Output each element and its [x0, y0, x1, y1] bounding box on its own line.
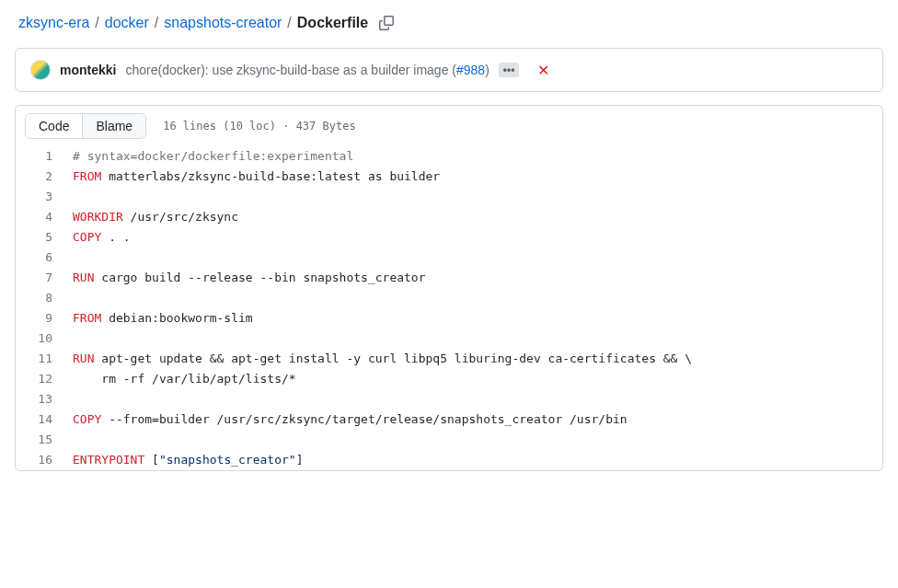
code-row: 8 [16, 288, 882, 308]
commit-message-text: chore(docker): use zksync-build-base as … [125, 63, 456, 77]
code-row: 11RUN apt-get update && apt-get install … [16, 349, 882, 369]
code-row: 5COPY . . [16, 227, 882, 248]
line-number[interactable]: 1 [16, 146, 73, 167]
pr-link[interactable]: #988 [456, 63, 485, 77]
code-line[interactable] [73, 248, 95, 268]
line-number[interactable]: 12 [16, 369, 73, 389]
code-line[interactable]: # syntax=docker/dockerfile:experimental [73, 146, 368, 167]
code-row: 2FROM matterlabs/zksync-build-base:lates… [16, 167, 882, 187]
code-row: 9FROM debian:bookworm-slim [16, 308, 882, 329]
breadcrumb-sep: / [95, 15, 98, 31]
code-row: 13 [16, 389, 882, 409]
line-number[interactable]: 11 [16, 349, 73, 369]
close-icon[interactable]: ✕ [537, 62, 549, 79]
code-tab-button[interactable]: Code [26, 114, 83, 138]
expand-commit-button[interactable]: ••• [499, 63, 520, 77]
line-number[interactable]: 15 [16, 430, 73, 450]
code-row: 3 [16, 187, 882, 207]
blame-tab-button[interactable]: Blame [83, 114, 145, 138]
breadcrumb-sep: / [287, 15, 291, 31]
line-number[interactable]: 16 [16, 450, 73, 470]
line-number[interactable]: 7 [16, 268, 73, 288]
code-line[interactable] [73, 187, 95, 207]
code-row: 6 [16, 248, 882, 268]
line-number[interactable]: 3 [16, 187, 73, 207]
code-line[interactable] [73, 389, 95, 409]
line-number[interactable]: 4 [16, 207, 73, 227]
code-row: 12 rm -rf /var/lib/apt/lists/* [16, 369, 882, 389]
commit-message-suffix: ) [485, 63, 489, 77]
view-toggle: Code Blame [25, 113, 146, 139]
line-number[interactable]: 8 [16, 288, 73, 308]
line-number[interactable]: 6 [16, 248, 73, 268]
file-toolbar: Code Blame 16 lines (10 loc) · 437 Bytes [16, 106, 882, 146]
code-row: 16ENTRYPOINT ["snapshots_creator"] [16, 450, 882, 470]
code-line[interactable] [73, 329, 95, 349]
code-line[interactable]: COPY --from=builder /usr/src/zksync/targ… [73, 409, 642, 430]
code-line[interactable]: COPY . . [73, 227, 145, 248]
code-line[interactable]: RUN cargo build --release --bin snapshot… [73, 268, 441, 288]
code-row: 4WORKDIR /usr/src/zksync [16, 207, 882, 227]
commit-author[interactable]: montekki [60, 63, 116, 77]
code-line[interactable]: rm -rf /var/lib/apt/lists/* [73, 369, 311, 389]
code-line[interactable]: RUN apt-get update && apt-get install -y… [73, 349, 707, 369]
latest-commit-bar: montekki chore(docker): use zksync-build… [15, 48, 883, 92]
breadcrumb-current: Dockerfile [297, 15, 368, 31]
copy-path-icon[interactable] [379, 16, 394, 30]
commit-message[interactable]: chore(docker): use zksync-build-base as … [125, 63, 489, 77]
line-number[interactable]: 10 [16, 329, 73, 349]
code-row: 15 [16, 430, 882, 450]
code-line[interactable] [73, 430, 95, 450]
code-line[interactable]: ENTRYPOINT ["snapshots_creator"] [73, 450, 317, 470]
file-meta: 16 lines (10 loc) · 437 Bytes [163, 120, 356, 133]
code-body: 1# syntax=docker/dockerfile:experimental… [16, 146, 882, 470]
line-number[interactable]: 5 [16, 227, 73, 248]
line-number[interactable]: 13 [16, 389, 73, 409]
breadcrumb-sep: / [155, 15, 158, 31]
code-row: 14COPY --from=builder /usr/src/zksync/ta… [16, 409, 882, 430]
code-row: 1# syntax=docker/dockerfile:experimental [16, 146, 882, 167]
avatar[interactable] [30, 60, 51, 80]
code-line[interactable] [73, 288, 95, 308]
breadcrumb-part-docker[interactable]: docker [105, 15, 149, 31]
breadcrumb-part-snapshots-creator[interactable]: snapshots-creator [164, 15, 282, 31]
code-row: 7RUN cargo build --release --bin snapsho… [16, 268, 882, 288]
breadcrumb-root[interactable]: zksync-era [18, 15, 89, 31]
breadcrumb: zksync-era / docker / snapshots-creator … [15, 15, 883, 31]
line-number[interactable]: 14 [16, 409, 73, 430]
code-row: 10 [16, 329, 882, 349]
code-line[interactable]: WORKDIR /usr/src/zksync [73, 207, 253, 227]
line-number[interactable]: 2 [16, 167, 73, 187]
line-number[interactable]: 9 [16, 308, 73, 329]
code-line[interactable]: FROM debian:bookworm-slim [73, 308, 268, 329]
code-line[interactable]: FROM matterlabs/zksync-build-base:latest… [73, 167, 455, 187]
file-view: Code Blame 16 lines (10 loc) · 437 Bytes… [15, 105, 883, 471]
